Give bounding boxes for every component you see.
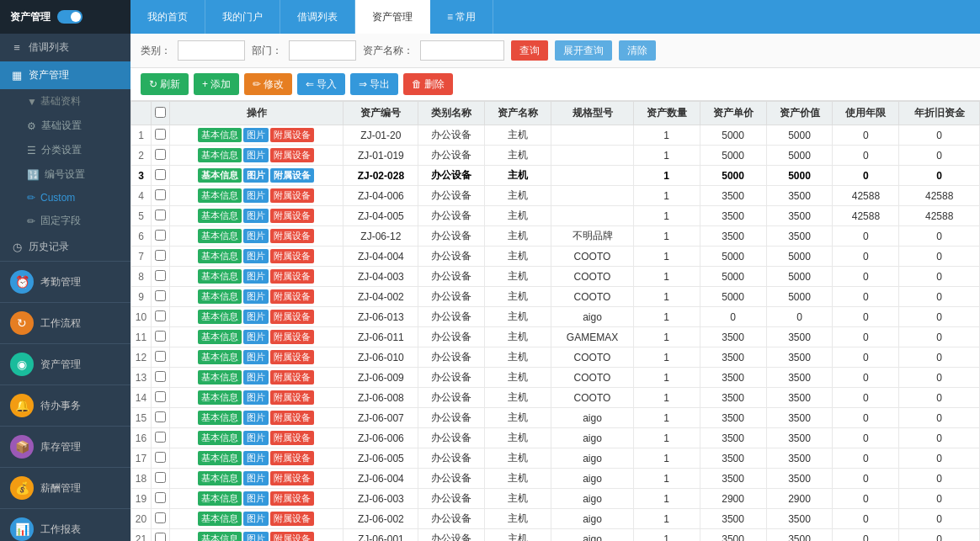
operation-tag[interactable]: 基本信息 — [198, 431, 242, 445]
row-checkbox-cell[interactable] — [152, 327, 170, 347]
row-operations[interactable]: 基本信息图片附属设备 — [170, 489, 344, 509]
row-checkbox[interactable] — [155, 371, 166, 382]
operation-tag[interactable]: 附属设备 — [270, 310, 314, 324]
operation-tag[interactable]: 附属设备 — [270, 229, 314, 243]
operation-tag[interactable]: 附属设备 — [270, 491, 314, 506]
operation-tag[interactable]: 附属设备 — [270, 512, 314, 526]
operation-tag[interactable]: 基本信息 — [198, 491, 242, 506]
operation-tag[interactable]: 基本信息 — [198, 310, 242, 324]
row-checkbox[interactable] — [155, 452, 166, 463]
sidebar-todo-header[interactable]: 🔔 待办事务 — [0, 385, 130, 426]
operation-tag[interactable]: 附属设备 — [270, 471, 314, 485]
operation-tag[interactable]: 图片 — [243, 350, 269, 364]
nav-asset-mgmt[interactable]: 资产管理 — [355, 0, 430, 34]
sidebar-workflow-header[interactable]: ↻ 工作流程 — [0, 303, 130, 343]
row-operations[interactable]: 基本信息图片附属设备 — [170, 226, 344, 247]
nav-my-portal[interactable]: 我的门户 — [205, 0, 280, 34]
header-checkbox[interactable] — [152, 102, 170, 125]
export-button[interactable]: ⇒ 导出 — [350, 73, 398, 95]
operation-tag[interactable]: 图片 — [243, 229, 269, 243]
operation-tag[interactable]: 附属设备 — [270, 168, 314, 183]
row-operations[interactable]: 基本信息图片附属设备 — [170, 368, 344, 388]
row-checkbox[interactable] — [155, 189, 166, 200]
row-checkbox[interactable] — [155, 492, 166, 503]
row-operations[interactable]: 基本信息图片附属设备 — [170, 166, 344, 186]
operation-tag[interactable]: 附属设备 — [270, 532, 314, 541]
row-checkbox[interactable] — [155, 310, 166, 321]
add-button[interactable]: + 添加 — [194, 73, 239, 95]
row-operations[interactable]: 基本信息图片附属设备 — [170, 247, 344, 267]
row-checkbox-cell[interactable] — [152, 186, 170, 206]
row-checkbox-cell[interactable] — [152, 226, 170, 247]
nav-borrow-list[interactable]: 借调列表 — [280, 0, 355, 34]
row-checkbox[interactable] — [155, 129, 166, 140]
row-checkbox[interactable] — [155, 512, 166, 523]
row-operations[interactable]: 基本信息图片附属设备 — [170, 327, 344, 347]
sidebar-sub-code-settings[interactable]: 🔢 编号设置 — [17, 162, 130, 187]
row-checkbox-cell[interactable] — [152, 307, 170, 327]
import-button[interactable]: ⇐ 导入 — [297, 73, 345, 95]
operation-tag[interactable]: 基本信息 — [198, 249, 242, 263]
row-operations[interactable]: 基本信息图片附属设备 — [170, 428, 344, 448]
operation-tag[interactable]: 图片 — [243, 128, 269, 142]
operation-tag[interactable]: 图片 — [243, 330, 269, 344]
operation-tag[interactable]: 图片 — [243, 451, 269, 465]
operation-tag[interactable]: 附属设备 — [270, 128, 314, 142]
operation-tag[interactable]: 附属设备 — [270, 451, 314, 465]
row-operations[interactable]: 基本信息图片附属设备 — [170, 267, 344, 287]
row-checkbox-cell[interactable] — [152, 408, 170, 428]
operation-tag[interactable]: 基本信息 — [198, 411, 242, 425]
row-checkbox[interactable] — [155, 331, 166, 342]
operation-tag[interactable]: 图片 — [243, 289, 269, 304]
operation-tag[interactable]: 附属设备 — [270, 330, 314, 344]
department-input[interactable] — [289, 40, 356, 61]
row-operations[interactable]: 基本信息图片附属设备 — [170, 347, 344, 368]
row-operations[interactable]: 基本信息图片附属设备 — [170, 206, 344, 226]
operation-tag[interactable]: 图片 — [243, 148, 269, 162]
asset-name-input[interactable] — [420, 40, 504, 61]
operation-tag[interactable]: 基本信息 — [198, 330, 242, 344]
row-checkbox[interactable] — [155, 351, 166, 362]
refresh-button[interactable]: ↻ 刷新 — [141, 73, 189, 95]
row-checkbox[interactable] — [155, 533, 166, 542]
operation-tag[interactable]: 图片 — [243, 209, 269, 223]
sidebar-toggle[interactable] — [57, 10, 83, 24]
operation-tag[interactable]: 基本信息 — [198, 269, 242, 284]
row-checkbox[interactable] — [155, 411, 166, 422]
sidebar-sub-fixed-fields[interactable]: ✏ 固定字段 — [17, 209, 130, 233]
sidebar-work-report-header[interactable]: 📊 工作报表 — [0, 509, 130, 541]
operation-tag[interactable]: 图片 — [243, 411, 269, 425]
operation-tag[interactable]: 附属设备 — [270, 289, 314, 304]
row-checkbox-cell[interactable] — [152, 247, 170, 267]
sidebar-sub-basic-settings[interactable]: ⚙ 基础设置 — [17, 114, 130, 138]
operation-tag[interactable]: 图片 — [243, 512, 269, 526]
row-checkbox[interactable] — [155, 472, 166, 483]
operation-tag[interactable]: 基本信息 — [198, 532, 242, 541]
expand-query-button[interactable]: 展开查询 — [555, 40, 612, 61]
row-checkbox-cell[interactable] — [152, 368, 170, 388]
row-checkbox[interactable] — [155, 290, 166, 301]
operation-tag[interactable]: 基本信息 — [198, 451, 242, 465]
row-operations[interactable]: 基本信息图片附属设备 — [170, 125, 344, 146]
operation-tag[interactable]: 图片 — [243, 310, 269, 324]
nav-my-home[interactable]: 我的首页 — [130, 0, 205, 34]
sidebar-sub-custom[interactable]: ✏ Custom — [17, 187, 130, 209]
operation-tag[interactable]: 附属设备 — [270, 411, 314, 425]
operation-tag[interactable]: 基本信息 — [198, 148, 242, 162]
sidebar-asset-header[interactable]: ◉ 资产管理 — [0, 344, 130, 385]
clear-button[interactable]: 清除 — [619, 40, 656, 61]
row-checkbox-cell[interactable] — [152, 166, 170, 186]
row-checkbox-cell[interactable] — [152, 388, 170, 408]
operation-tag[interactable]: 附属设备 — [270, 188, 314, 203]
operation-tag[interactable]: 附属设备 — [270, 370, 314, 385]
operation-tag[interactable]: 图片 — [243, 249, 269, 263]
operation-tag[interactable]: 图片 — [243, 370, 269, 385]
row-operations[interactable]: 基本信息图片附属设备 — [170, 469, 344, 489]
operation-tag[interactable]: 基本信息 — [198, 512, 242, 526]
operation-tag[interactable]: 附属设备 — [270, 390, 314, 405]
row-operations[interactable]: 基本信息图片附属设备 — [170, 146, 344, 166]
operation-tag[interactable]: 基本信息 — [198, 390, 242, 405]
operation-tag[interactable]: 附属设备 — [270, 269, 314, 284]
row-checkbox[interactable] — [155, 270, 166, 281]
row-checkbox-cell[interactable] — [152, 509, 170, 529]
